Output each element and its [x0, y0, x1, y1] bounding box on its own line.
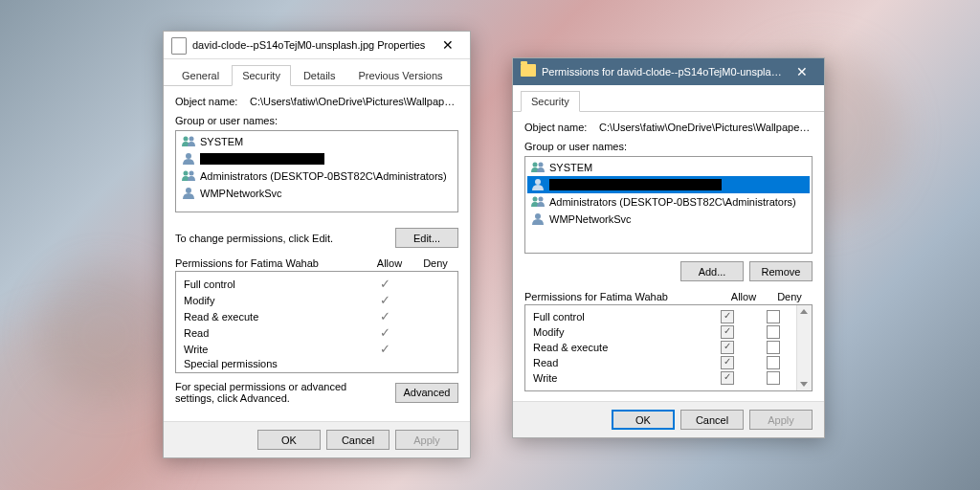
list-item: SYSTEM [527, 159, 810, 176]
add-button[interactable]: Add... [680, 261, 744, 281]
remove-button[interactable]: Remove [749, 261, 813, 281]
list-item-label: WMPNetworkSvc [549, 213, 632, 225]
perm-name: Modify [529, 326, 704, 338]
user-group-icon [530, 160, 546, 175]
allow-header: Allow [721, 291, 767, 302]
check-icon: ✓ [380, 342, 390, 356]
list-item-label: Administrators (DESKTOP-0BST82C\Administ… [200, 170, 447, 182]
check-icon: ✓ [380, 293, 390, 307]
perm-name: Read [180, 327, 362, 339]
perm-name: Full control [529, 311, 704, 323]
cancel-button[interactable]: Cancel [680, 410, 744, 430]
tab-security[interactable]: Security [232, 65, 291, 86]
tabs: General Security Details Previous Versio… [164, 59, 470, 86]
svg-point-2 [186, 153, 191, 159]
titlebar[interactable]: Permissions for david-clode--pS14oTejM0-… [513, 58, 824, 85]
object-name-label: Object name: [524, 122, 599, 133]
svg-point-11 [535, 213, 541, 219]
scrollbar[interactable] [796, 305, 812, 390]
allow-header: Allow [367, 257, 412, 269]
perm-name: Write [529, 372, 704, 384]
allow-checkbox[interactable] [721, 356, 734, 369]
list-item: WMPNetworkSvc [527, 211, 810, 228]
perm-name: Modify [180, 295, 362, 306]
properties-dialog: david-clode--pS14oTejM0-unsplash.jpg Pro… [163, 31, 471, 458]
close-icon[interactable]: ✕ [784, 60, 820, 83]
user-icon [181, 186, 196, 201]
edit-button[interactable]: Edit... [395, 228, 458, 248]
list-item: Administrators (DESKTOP-0BST82C\Administ… [178, 167, 456, 185]
content: Object name: C:\Users\fatiw\OneDrive\Pic… [513, 112, 824, 401]
tab-general[interactable]: General [171, 65, 230, 85]
redacted-user [549, 179, 722, 190]
permissions-for-label: Permissions for Fatima Wahab [175, 257, 367, 269]
apply-button[interactable]: Apply [749, 410, 813, 430]
tabs: Security [513, 85, 824, 112]
folder-icon [521, 64, 536, 79]
svg-point-6 [533, 163, 538, 167]
advanced-button[interactable]: Advanced [395, 383, 458, 403]
allow-checkbox[interactable] [721, 341, 734, 354]
allow-checkbox[interactable] [721, 371, 734, 385]
permissions-box: Full control Modify Read & execute Read … [524, 304, 813, 391]
ok-button[interactable]: OK [612, 410, 675, 430]
group-users-label: Group or user names: [524, 141, 813, 152]
tab-security[interactable]: Security [521, 91, 580, 112]
user-icon [530, 212, 546, 227]
deny-header: Deny [767, 291, 813, 302]
list-item: WMPNetworkSvc [178, 185, 456, 202]
svg-point-4 [189, 171, 194, 176]
dialog-footer: OK Cancel Apply [164, 421, 470, 457]
list-item [178, 150, 456, 167]
users-listbox[interactable]: SYSTEM Administrators (DESKTOP-0BST82C\A… [524, 156, 813, 254]
svg-point-7 [539, 163, 544, 167]
user-group-icon [181, 134, 196, 149]
perm-name: Full control [180, 278, 362, 290]
user-group-icon [530, 194, 546, 210]
list-item: Administrators (DESKTOP-0BST82C\Administ… [527, 193, 810, 211]
tab-previous-versions[interactable]: Previous Versions [348, 65, 454, 85]
list-item-label: SYSTEM [200, 136, 243, 147]
permissions-box: Full control✓ Modify✓ Read & execute✓ Re… [175, 271, 458, 373]
svg-point-0 [184, 137, 189, 142]
list-item-selected [527, 176, 810, 193]
deny-checkbox[interactable] [767, 341, 780, 354]
deny-checkbox[interactable] [767, 371, 780, 385]
list-item-label: SYSTEM [549, 162, 592, 173]
perm-name: Read [529, 357, 704, 368]
redacted-user [200, 153, 324, 165]
close-icon[interactable]: ✕ [430, 33, 466, 56]
object-name-label: Object name: [175, 96, 250, 107]
cancel-button[interactable]: Cancel [326, 430, 390, 450]
allow-checkbox[interactable] [721, 310, 734, 323]
svg-point-3 [184, 171, 189, 176]
perm-name: Read & execute [529, 342, 704, 353]
object-name-value: C:\Users\fatiw\OneDrive\Pictures\Wallpap… [599, 122, 813, 133]
apply-button[interactable]: Apply [395, 430, 458, 450]
list-item: SYSTEM [178, 133, 456, 150]
deny-checkbox[interactable] [767, 325, 780, 339]
deny-checkbox[interactable] [767, 356, 780, 369]
tab-details[interactable]: Details [293, 65, 346, 85]
advanced-note: For special permissions or advanced sett… [175, 381, 395, 404]
group-users-label: Group or user names: [175, 115, 458, 126]
ok-button[interactable]: OK [257, 430, 321, 450]
user-icon [530, 177, 546, 192]
perm-name: Write [180, 344, 362, 355]
deny-checkbox[interactable] [767, 310, 780, 323]
check-icon: ✓ [380, 325, 390, 340]
list-item-label: WMPNetworkSvc [200, 188, 282, 199]
permissions-dialog: Permissions for david-clode--pS14oTejM0-… [512, 57, 825, 438]
svg-point-9 [533, 197, 538, 202]
list-item-label: Administrators (DESKTOP-0BST82C\Administ… [549, 196, 796, 208]
check-icon: ✓ [380, 277, 390, 291]
perm-name: Special permissions [180, 358, 362, 369]
svg-point-1 [189, 137, 194, 142]
perm-name: Read & execute [180, 311, 362, 323]
deny-header: Deny [412, 257, 458, 269]
titlebar[interactable]: david-clode--pS14oTejM0-unsplash.jpg Pro… [164, 32, 470, 59]
permissions-for-label: Permissions for Fatima Wahab [524, 291, 721, 302]
users-listbox[interactable]: SYSTEM Administrators (DESKTOP-0BST82C\A… [175, 130, 458, 212]
dialog-footer: OK Cancel Apply [513, 401, 824, 437]
allow-checkbox[interactable] [721, 325, 734, 339]
